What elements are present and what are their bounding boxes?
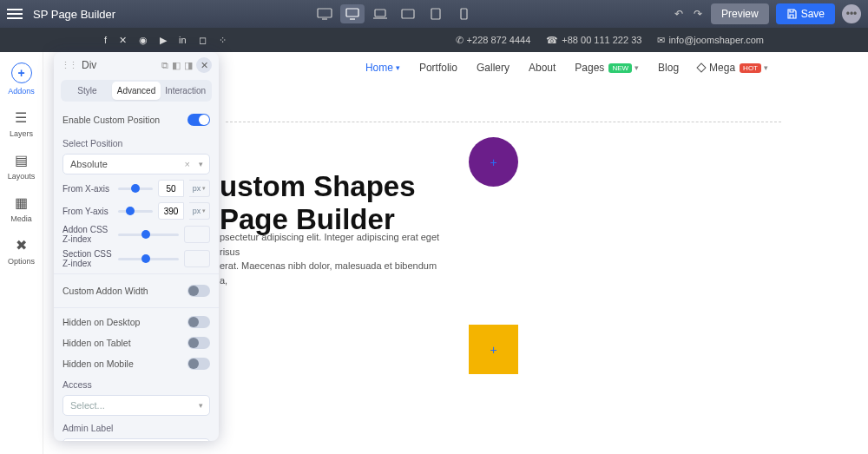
from-x-input[interactable] <box>158 180 184 197</box>
admin-label-input[interactable] <box>62 438 210 441</box>
flickr-icon[interactable]: ⁘ <box>219 35 227 46</box>
copy-icon[interactable]: ⧉ <box>161 60 168 71</box>
rail-options[interactable]: ✖Options <box>8 237 35 266</box>
youtube-icon[interactable]: ▶ <box>160 35 167 46</box>
from-y-slider[interactable] <box>118 210 153 213</box>
hidden-mobile-row: Hidden on Mobile <box>62 353 210 374</box>
svg-rect-2 <box>375 10 385 16</box>
from-y-input[interactable] <box>158 202 184 220</box>
device-desktop-icon[interactable] <box>340 4 365 23</box>
mail-icon: ✉ <box>657 35 665 46</box>
svg-rect-5 <box>461 9 467 19</box>
panel-tabs: Style Advanced Interaction <box>61 80 212 102</box>
addon-z-slider[interactable] <box>118 234 179 236</box>
save-button[interactable]: Save <box>776 3 835 24</box>
phone-1: ✆+228 872 4444 <box>456 35 531 46</box>
select-position-dropdown[interactable]: Absolute × ▾ <box>62 154 210 174</box>
undo-icon[interactable]: ↶ <box>673 6 685 22</box>
settings-panel: ⋮⋮ Div ⧉ ◧ ◨ ✕ Style Advanced Interactio… <box>54 52 219 441</box>
left-rail: +Addons ☰Layers ▤Layouts ▦Media ✖Options <box>0 52 43 454</box>
menu-icon[interactable] <box>7 9 23 19</box>
from-y-row: From Y-axis px <box>62 202 210 220</box>
diamond-icon <box>696 63 706 72</box>
tab-interaction[interactable]: Interaction <box>161 82 210 100</box>
hidden-tablet-toggle[interactable] <box>187 337 210 349</box>
nav-gallery[interactable]: Gallery <box>477 62 510 74</box>
enable-custom-position-toggle[interactable] <box>187 114 210 126</box>
nav-home[interactable]: Home▾ <box>365 62 400 74</box>
canvas-divider <box>226 122 781 122</box>
custom-width-toggle[interactable] <box>187 285 210 297</box>
section-z-slider[interactable] <box>118 258 179 260</box>
twitter-icon[interactable]: ✕ <box>119 35 127 46</box>
layers-icon: ☰ <box>15 109 27 126</box>
section-z-input[interactable] <box>184 250 210 267</box>
preview-button[interactable]: Preview <box>711 3 769 24</box>
nav-pages[interactable]: PagesNEW▾ <box>575 62 639 74</box>
rail-layers[interactable]: ☰Layers <box>10 109 33 138</box>
canvas-heading[interactable]: ustom Shapes Page Builder <box>220 170 416 236</box>
svg-rect-1 <box>346 9 358 16</box>
redo-icon[interactable]: ↷ <box>692 6 704 22</box>
linkedin-icon[interactable]: in <box>179 35 187 46</box>
phone-2: ☎+88 00 111 222 33 <box>546 35 641 46</box>
options-icon: ✖ <box>16 237 27 253</box>
media-icon: ▦ <box>15 194 28 211</box>
device-desktop-wide-icon[interactable] <box>312 4 337 23</box>
hidden-tablet-row: Hidden on Tablet <box>62 332 210 353</box>
new-badge: NEW <box>608 63 632 73</box>
nav-about[interactable]: About <box>529 62 556 74</box>
from-x-row: From X-axis px <box>62 180 210 197</box>
chevron-down-icon: ▾ <box>635 63 639 72</box>
device-tablet-portrait-icon[interactable] <box>424 4 448 23</box>
clear-icon[interactable]: × <box>185 159 190 169</box>
chevron-down-icon: ▾ <box>199 160 203 168</box>
phone-icon: ✆ <box>456 35 464 46</box>
info-bar: f ✕ ◉ ▶ in ◻ ⁘ ✆+228 872 4444 ☎+88 00 11… <box>0 28 868 52</box>
chevron-down-icon: ▾ <box>199 401 203 410</box>
from-x-slider[interactable] <box>118 188 153 190</box>
rail-addons[interactable]: +Addons <box>8 63 35 95</box>
facebook-icon[interactable]: f <box>104 35 107 46</box>
from-x-unit[interactable]: px <box>189 180 210 197</box>
drag-handle-icon[interactable]: ⋮⋮ <box>61 60 76 71</box>
nav-mega[interactable]: MegaHOT▾ <box>698 62 768 74</box>
user-menu-button[interactable]: ••• <box>842 4 861 23</box>
svg-rect-4 <box>431 9 440 19</box>
instagram-icon[interactable]: ◻ <box>199 35 207 46</box>
rail-media[interactable]: ▦Media <box>10 194 32 223</box>
close-icon[interactable]: ✕ <box>196 57 212 73</box>
square-shape-addon[interactable]: + <box>469 325 518 374</box>
hidden-desktop-toggle[interactable] <box>187 316 210 328</box>
save-label: Save <box>801 8 825 20</box>
device-mobile-icon[interactable] <box>451 4 476 23</box>
panel-body: Enable Custom Position Select Position A… <box>54 107 219 441</box>
nav-blog[interactable]: Blog <box>658 62 679 74</box>
rail-layouts[interactable]: ▤Layouts <box>8 152 36 181</box>
panel-header[interactable]: ⋮⋮ Div ⧉ ◧ ◨ ✕ <box>54 52 219 78</box>
circle-shape-addon[interactable]: + <box>469 137 518 187</box>
canvas-paragraph[interactable]: psectetur adipiscing elit. Integer adipi… <box>220 230 445 287</box>
dock-left-icon[interactable]: ◧ <box>172 60 181 71</box>
plus-circle-icon: + <box>11 63 32 83</box>
nav-portfolio[interactable]: Portfolio <box>419 62 457 74</box>
device-laptop-icon[interactable] <box>368 4 392 23</box>
top-bar: SP Page Builder ↶ ↷ Preview Save ••• <box>0 0 868 28</box>
from-y-unit[interactable]: px <box>189 202 210 220</box>
section-z-row: Section CSS Z-index <box>62 249 210 268</box>
hidden-mobile-toggle[interactable] <box>187 358 210 370</box>
custom-width-row: Custom Addon Width <box>62 278 210 304</box>
dock-right-icon[interactable]: ◨ <box>184 60 193 71</box>
access-label: Access <box>62 379 210 390</box>
svg-rect-3 <box>402 10 414 18</box>
chevron-down-icon: ▾ <box>764 63 768 72</box>
pinterest-icon[interactable]: ◉ <box>139 35 148 46</box>
tab-style[interactable]: Style <box>62 82 112 100</box>
access-dropdown[interactable]: Select... ▾ <box>62 395 210 416</box>
panel-title: Div <box>82 59 161 71</box>
device-tablet-landscape-icon[interactable] <box>396 4 420 23</box>
tab-advanced[interactable]: Advanced <box>112 82 161 100</box>
app-title: SP Page Builder <box>33 8 115 21</box>
addon-z-input[interactable] <box>184 226 210 243</box>
enable-custom-position-row: Enable Custom Position <box>62 107 210 133</box>
